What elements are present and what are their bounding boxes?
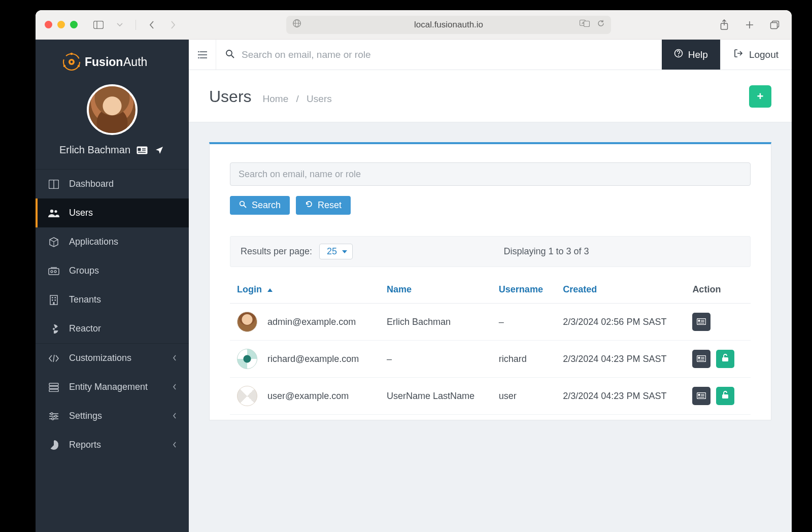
svg-rect-6: [584, 21, 590, 27]
sidebar-item-settings[interactable]: Settings: [36, 402, 189, 430]
sidebar-item-entity-management[interactable]: Entity Management: [36, 373, 189, 402]
svg-rect-40: [49, 389, 58, 392]
chevron-left-icon: [173, 411, 177, 421]
topbar-search-input[interactable]: [242, 49, 653, 60]
svg-line-51: [231, 55, 234, 58]
location-arrow-icon[interactable]: [154, 146, 165, 155]
unlock-user-button[interactable]: [716, 350, 734, 368]
page-header: Users Home / Users +: [189, 70, 792, 122]
address-bar[interactable]: local.fusionauth.io A: [286, 16, 611, 34]
tab-dropdown-icon[interactable]: [112, 17, 127, 32]
cell-created: 2/3/2024 04:23 PM SAST: [556, 341, 685, 378]
globe-icon: [292, 19, 301, 30]
server-icon: [48, 383, 60, 392]
address-url: local.fusionauth.io: [414, 20, 483, 30]
manage-user-button[interactable]: [692, 350, 710, 368]
svg-rect-68: [698, 393, 700, 395]
add-user-button[interactable]: +: [749, 85, 771, 108]
sidebar-item-label: Reactor: [69, 323, 101, 334]
svg-rect-62: [698, 356, 700, 358]
page-title: Users: [209, 87, 252, 106]
svg-point-26: [50, 209, 53, 212]
help-button[interactable]: Help: [662, 40, 720, 70]
th-username[interactable]: Username: [492, 276, 556, 304]
svg-point-53: [678, 55, 679, 56]
id-card-icon[interactable]: [137, 146, 148, 155]
chevron-left-icon: [173, 382, 177, 392]
groups-icon: [48, 267, 60, 276]
window-minimize-icon[interactable]: [57, 21, 65, 28]
sliders-icon: [48, 412, 60, 420]
collapse-sidebar-button[interactable]: [189, 40, 216, 70]
nav-forward-icon[interactable]: [165, 17, 181, 32]
nav-back-icon[interactable]: [144, 17, 159, 32]
sidebar-item-applications[interactable]: Applications: [36, 227, 189, 256]
main: Help Logout Users Home / Users: [189, 40, 792, 532]
manage-user-button[interactable]: [692, 387, 710, 405]
building-icon: [48, 295, 60, 305]
user-avatar: [237, 349, 257, 369]
sidebar-item-tenants[interactable]: Tenants: [36, 285, 189, 314]
logout-button[interactable]: Logout: [720, 40, 792, 70]
search-icon: [239, 200, 247, 211]
cell-login[interactable]: admin@example.com: [267, 317, 356, 327]
svg-point-45: [55, 415, 57, 417]
sidebar-item-reports[interactable]: Reports: [36, 430, 189, 459]
id-card-icon: [697, 317, 706, 327]
breadcrumb-separator: /: [296, 93, 299, 104]
cube-icon: [48, 237, 60, 247]
th-login[interactable]: Login: [230, 276, 380, 304]
window-zoom-icon[interactable]: [70, 21, 78, 28]
content: Search Reset Results per page: 25 Displa…: [189, 122, 792, 441]
svg-point-46: [52, 418, 54, 420]
sidebar-item-label: Groups: [69, 265, 99, 276]
cell-name: Erlich Bachman: [380, 304, 492, 341]
users-table: Login Name Username Created Action: [230, 276, 751, 415]
sidebar-item-users[interactable]: Users: [36, 198, 189, 227]
translate-icon[interactable]: A: [580, 19, 590, 30]
undo-icon: [305, 200, 313, 211]
app: Fusion Auth Erlich Bachman: [36, 40, 792, 532]
search-button[interactable]: Search: [230, 196, 290, 215]
results-per-page-select[interactable]: 25: [319, 244, 353, 259]
results-per-page-label: Results per page:: [241, 246, 312, 257]
window-close-icon[interactable]: [45, 21, 52, 28]
breadcrumb-current: Users: [307, 93, 332, 104]
sidebar-item-dashboard[interactable]: Dashboard: [36, 170, 189, 198]
sidebar-toggle-icon[interactable]: [91, 17, 106, 32]
unlock-user-button[interactable]: [716, 387, 734, 405]
users-panel: Search Reset Results per page: 25 Displa…: [209, 142, 771, 420]
manage-user-button[interactable]: [692, 313, 710, 331]
sidebar-item-customizations[interactable]: Customizations: [36, 343, 189, 373]
profile-avatar[interactable]: [87, 84, 138, 135]
user-avatar: [237, 312, 257, 332]
table-header-row: Login Name Username Created Action: [230, 276, 751, 304]
id-card-icon: [697, 391, 706, 402]
address-right-icons: A: [580, 19, 605, 30]
chevron-left-icon: [173, 440, 177, 450]
share-icon[interactable]: [717, 17, 732, 32]
logo-mark-icon: [63, 53, 80, 70]
svg-rect-36: [53, 302, 55, 305]
browser-window: local.fusionauth.io A: [36, 10, 792, 532]
tabs-overview-icon[interactable]: [767, 17, 783, 32]
reset-button[interactable]: Reset: [296, 196, 351, 215]
cell-name: –: [380, 341, 492, 378]
svg-point-30: [54, 271, 56, 273]
panel-search-input[interactable]: [230, 162, 751, 186]
users-icon: [48, 209, 60, 218]
th-name[interactable]: Name: [380, 276, 492, 304]
new-tab-icon[interactable]: [742, 17, 757, 32]
reload-icon[interactable]: [597, 19, 605, 30]
svg-point-16: [63, 65, 66, 68]
breadcrumb-home[interactable]: Home: [263, 93, 289, 104]
sidebar-item-label: Tenants: [69, 294, 101, 305]
svg-rect-20: [138, 148, 141, 151]
sidebar-item-label: Applications: [69, 237, 118, 247]
cell-login[interactable]: user@example.com: [267, 391, 349, 402]
cell-login[interactable]: richard@example.com: [267, 354, 359, 364]
th-created[interactable]: Created: [556, 276, 685, 304]
svg-point-13: [71, 61, 73, 63]
sidebar-item-reactor[interactable]: Reactor: [36, 314, 189, 343]
sidebar-item-groups[interactable]: Groups: [36, 256, 189, 285]
